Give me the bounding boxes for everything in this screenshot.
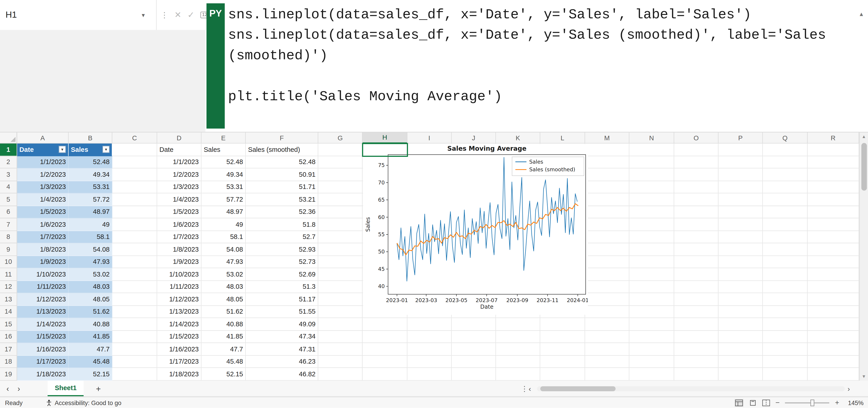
cell-M18[interactable]: [585, 355, 629, 368]
cell-B4[interactable]: 53.31: [69, 181, 112, 194]
cell-E12[interactable]: 48.03: [202, 281, 246, 293]
cell-B3[interactable]: 49.34: [69, 168, 112, 181]
cell-E7[interactable]: 49: [202, 218, 246, 231]
cell-D19[interactable]: 1/18/2023: [157, 368, 202, 380]
cell-O3[interactable]: [674, 168, 719, 181]
cell-C8[interactable]: [112, 231, 157, 243]
cell-Q4[interactable]: [763, 181, 808, 194]
row-header-15[interactable]: 15: [0, 318, 17, 330]
vertical-scrollbar-thumb[interactable]: [861, 143, 866, 191]
cell-C12[interactable]: [112, 281, 157, 293]
cell-R6[interactable]: [808, 206, 859, 218]
cell-J16[interactable]: [452, 330, 496, 343]
cell-D13[interactable]: 1/12/2023: [157, 293, 202, 306]
cell-B7[interactable]: 49: [69, 218, 112, 231]
sheet-nav-right-icon[interactable]: ›: [13, 384, 24, 393]
cell-M9[interactable]: [585, 243, 629, 256]
cell-D17[interactable]: 1/16/2023: [157, 343, 202, 355]
cell-B11[interactable]: 53.02: [69, 268, 112, 281]
cell-D16[interactable]: 1/15/2023: [157, 330, 202, 343]
cell-F11[interactable]: 52.69: [246, 268, 318, 281]
cell-E10[interactable]: 47.93: [202, 256, 246, 268]
cell-D11[interactable]: 1/10/2023: [157, 268, 202, 281]
cell-A1[interactable]: Date▾: [17, 143, 69, 156]
cell-F5[interactable]: 53.21: [246, 194, 318, 206]
embedded-chart[interactable]: 40455055606570752023-012023-032023-05202…: [363, 144, 588, 315]
cell-C5[interactable]: [112, 194, 157, 206]
row-header-1[interactable]: 1: [0, 143, 17, 156]
cell-H15[interactable]: [363, 318, 407, 330]
cell-R8[interactable]: [808, 231, 859, 243]
cell-P12[interactable]: [719, 281, 763, 293]
cell-A7[interactable]: 1/6/2023: [17, 218, 69, 231]
cell-Q19[interactable]: [763, 368, 808, 380]
column-header-l[interactable]: L: [540, 133, 585, 143]
cell-O16[interactable]: [674, 330, 719, 343]
cell-H19[interactable]: [363, 368, 407, 380]
cell-A8[interactable]: 1/7/2023: [17, 231, 69, 243]
cell-K17[interactable]: [496, 343, 540, 355]
cell-G14[interactable]: [318, 306, 363, 318]
cell-G4[interactable]: [318, 181, 363, 194]
cell-G12[interactable]: [318, 281, 363, 293]
cell-H17[interactable]: [363, 343, 407, 355]
cell-E14[interactable]: 51.62: [202, 306, 246, 318]
cell-D10[interactable]: 1/9/2023: [157, 256, 202, 268]
cell-Q16[interactable]: [763, 330, 808, 343]
cell-J15[interactable]: [452, 318, 496, 330]
cell-N15[interactable]: [629, 318, 674, 330]
collapse-formula-bar-icon[interactable]: ▴: [860, 10, 863, 18]
cell-C10[interactable]: [112, 256, 157, 268]
cell-F15[interactable]: 49.09: [246, 318, 318, 330]
select-all-corner[interactable]: [0, 133, 17, 143]
cell-M4[interactable]: [585, 181, 629, 194]
zoom-level[interactable]: 145%: [845, 399, 864, 406]
cell-N2[interactable]: [629, 156, 674, 168]
cell-M5[interactable]: [585, 194, 629, 206]
cell-R5[interactable]: [808, 194, 859, 206]
cell-P10[interactable]: [719, 256, 763, 268]
cell-C15[interactable]: [112, 318, 157, 330]
cell-R15[interactable]: [808, 318, 859, 330]
cell-M7[interactable]: [585, 218, 629, 231]
cell-N17[interactable]: [629, 343, 674, 355]
cell-Q8[interactable]: [763, 231, 808, 243]
filter-button[interactable]: ▾: [102, 146, 110, 153]
cell-O11[interactable]: [674, 268, 719, 281]
cell-R4[interactable]: [808, 181, 859, 194]
cell-L19[interactable]: [540, 368, 585, 380]
cell-O7[interactable]: [674, 218, 719, 231]
cell-G19[interactable]: [318, 368, 363, 380]
cell-P9[interactable]: [719, 243, 763, 256]
cell-K18[interactable]: [496, 355, 540, 368]
row-header-5[interactable]: 5: [0, 194, 17, 206]
cell-F1[interactable]: Sales (smoothed): [246, 143, 318, 156]
cell-R19[interactable]: [808, 368, 859, 380]
cell-E13[interactable]: 48.05: [202, 293, 246, 306]
cell-B8[interactable]: 58.1: [69, 231, 112, 243]
cell-B6[interactable]: 48.97: [69, 206, 112, 218]
cell-F14[interactable]: 51.55: [246, 306, 318, 318]
cell-N10[interactable]: [629, 256, 674, 268]
cell-R2[interactable]: [808, 156, 859, 168]
cell-G3[interactable]: [318, 168, 363, 181]
cell-Q1[interactable]: [763, 143, 808, 156]
cell-Q6[interactable]: [763, 206, 808, 218]
cell-B5[interactable]: 57.72: [69, 194, 112, 206]
cell-A12[interactable]: 1/11/2023: [17, 281, 69, 293]
hscroll-left-icon[interactable]: ‹: [529, 381, 531, 397]
cell-N12[interactable]: [629, 281, 674, 293]
column-header-m[interactable]: M: [585, 133, 629, 143]
cell-O8[interactable]: [674, 231, 719, 243]
cell-C14[interactable]: [112, 306, 157, 318]
cell-Q5[interactable]: [763, 194, 808, 206]
formula-input[interactable]: sns.lineplot(data=sales_df, x='Date', y=…: [228, 4, 849, 107]
cell-I17[interactable]: [407, 343, 452, 355]
cell-F9[interactable]: 52.93: [246, 243, 318, 256]
scroll-down-icon[interactable]: ▼: [860, 374, 868, 379]
normal-view-icon[interactable]: [735, 399, 743, 406]
cell-R7[interactable]: [808, 218, 859, 231]
cell-H18[interactable]: [363, 355, 407, 368]
cell-F8[interactable]: 52.7: [246, 231, 318, 243]
cell-M12[interactable]: [585, 281, 629, 293]
